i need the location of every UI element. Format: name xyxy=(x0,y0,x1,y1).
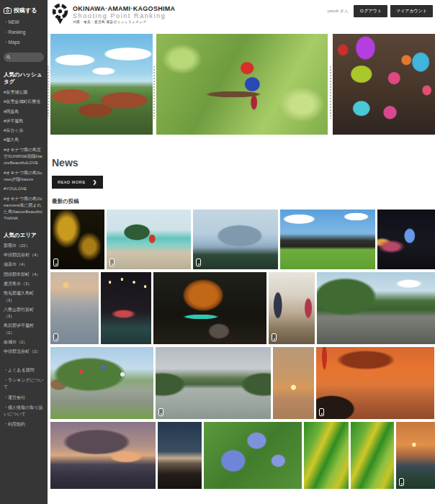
sidebar-footer-link[interactable]: ・ランキングについて xyxy=(4,377,44,391)
hero-photo-colorful-bird-on-branch[interactable] xyxy=(156,34,328,135)
hashtag-link[interactable]: #屋久島 xyxy=(4,137,44,143)
search-box[interactable] xyxy=(4,53,44,62)
news-heading: News xyxy=(52,157,435,168)
site-logo[interactable]: OKINAWA·AMAMI·KAGOSHIMA Shooting Point R… xyxy=(50,3,175,26)
photo-tile-art-tunnel-corridor[interactable] xyxy=(269,272,315,344)
hashtag-link[interactable]: #オキナワ県の島Sunset夕陽Nature xyxy=(4,170,44,184)
photo-credit-vertical-text xyxy=(330,66,331,119)
photo-credit-vertical-text xyxy=(153,66,155,119)
search-input[interactable] xyxy=(12,55,41,60)
photo-tile-sunset-sun-over-sea[interactable] xyxy=(273,347,314,419)
gallery-row xyxy=(50,272,435,344)
hero-carousel xyxy=(50,34,435,135)
area-link[interactable]: 熊毛郡屋久島町（3） xyxy=(4,290,44,304)
photo-tile-sakurajima-volcano-view[interactable] xyxy=(193,210,278,269)
sidebar-footer-link[interactable]: ・利用規約 xyxy=(4,421,44,428)
header: OKINAWA·AMAMI·KAGOSHIMA Shooting Point R… xyxy=(50,3,435,32)
hero-photo-red-roof-village[interactable] xyxy=(50,34,153,135)
hashtag-link[interactable]: #オキナワ県の島Oceanview海に囲まれた島NatureBeautifulT… xyxy=(4,196,44,222)
shutter-pin-logo-icon xyxy=(50,3,70,26)
area-link[interactable]: 国頭郡本部町（4） xyxy=(4,271,44,278)
photo-tile-croton-leaves-1[interactable] xyxy=(304,422,349,489)
read-more-button[interactable]: READ MORE ❯ xyxy=(52,176,103,189)
user-name: yacob さん xyxy=(327,8,349,14)
sidebar-nav-maps[interactable]: ・Maps xyxy=(4,40,44,46)
photo-tile-twilight-beach[interactable] xyxy=(158,422,202,489)
hashtag-list: #首里城公園#首里金城町石畳道#阿嘉島#伊平屋島#百合ヶ浜#屋久島#オキナワ県の… xyxy=(4,89,44,222)
photo-tile-sunset-beach-narrow[interactable] xyxy=(396,422,435,489)
my-account-button[interactable]: マイアカウント xyxy=(390,5,433,17)
photo-tile-mangrove-boardwalk[interactable] xyxy=(317,272,435,344)
photo-tile-night-illuminated-trees[interactable] xyxy=(50,210,104,269)
photo-tile-dramatic-dusk-clouds[interactable] xyxy=(50,422,156,489)
hashtag-heading: 人気のハッシュタグ xyxy=(4,71,44,86)
hero-photo-colorful-lanterns-room[interactable] xyxy=(333,34,435,135)
area-link[interactable]: 鹿児島市（3） xyxy=(4,281,44,287)
hashtag-link[interactable]: #首里城公園 xyxy=(4,89,44,96)
smartphone-icon xyxy=(53,333,58,341)
header-user-area: yacob さん ログアウト マイアカウント xyxy=(327,3,433,17)
logo-title: OKINAWA·AMAMI·KAGOSHIMA xyxy=(73,5,175,12)
hashtag-link[interactable]: #首里金城町石畳道 xyxy=(4,99,44,105)
smartphone-icon xyxy=(196,258,201,266)
area-link[interactable]: 八重山郡竹富町（3） xyxy=(4,307,44,320)
read-more-label: READ MORE xyxy=(58,180,86,184)
gallery-row xyxy=(50,347,435,419)
photo-tile-blue-hydrangea[interactable] xyxy=(204,422,302,489)
logo-subtitle: Shooting Point Ranking xyxy=(73,12,175,19)
chevron-right-icon: ❯ xyxy=(93,179,97,185)
area-link[interactable]: 南城市（2） xyxy=(4,339,44,346)
photo-tile-dusk-sea-bird-pole[interactable] xyxy=(50,272,99,344)
smartphone-icon xyxy=(399,478,404,486)
latest-posts-heading: 最新の投稿 xyxy=(52,198,435,205)
post-button-label: 投稿する xyxy=(14,6,37,14)
photo-tile-night-festival-lights[interactable] xyxy=(101,272,151,344)
camera-icon xyxy=(4,7,12,14)
area-link[interactable]: 島尻郡伊平屋村（2） xyxy=(4,323,44,336)
smartphone-icon xyxy=(319,408,324,416)
area-link[interactable]: 浦添市（4） xyxy=(4,261,44,268)
search-icon xyxy=(6,55,11,60)
area-link[interactable]: 中頭郡読谷村（4） xyxy=(4,252,44,258)
photo-tile-torii-beach-islet[interactable] xyxy=(107,210,191,269)
sidebar-footer-link[interactable]: ・個人情報の取り扱いについて xyxy=(4,405,44,418)
photo-credit-vertical-text xyxy=(48,66,49,119)
area-heading: 人気のエリア xyxy=(4,232,44,239)
hashtag-link[interactable]: #伊平屋島 xyxy=(4,118,44,125)
smartphone-icon xyxy=(53,258,58,266)
area-list: 那覇市（22）中頭郡読谷村（4）浦添市（4）国頭郡本部町（4）鹿児島市（3）熊毛… xyxy=(4,243,44,356)
gallery-row xyxy=(50,210,435,269)
logo-tagline: 沖縄・奄美・鹿児島 撮影ポイントランキング xyxy=(73,20,175,24)
logout-button[interactable]: ログアウト xyxy=(354,5,387,17)
photo-tile-croton-leaves-2[interactable] xyxy=(351,422,394,489)
area-link[interactable]: 中頭郡北谷町（2） xyxy=(4,348,44,355)
post-button[interactable]: 投稿する xyxy=(4,6,44,14)
sidebar-nav: ・NEW・Ranking・Maps xyxy=(4,19,44,46)
photo-tile-castle-wall-lawn[interactable] xyxy=(280,210,375,269)
smartphone-icon xyxy=(109,258,115,266)
photo-tile-lion-dance-festival[interactable] xyxy=(153,272,266,344)
photo-tile-koinobori-park[interactable] xyxy=(50,347,153,419)
photo-tile-night-market-camera[interactable] xyxy=(377,210,435,269)
main-content: OKINAWA·AMAMI·KAGOSHIMA Shooting Point R… xyxy=(48,0,435,489)
sidebar-nav-ranking[interactable]: ・Ranking xyxy=(4,30,44,36)
hashtag-link[interactable]: #百合ヶ浜 xyxy=(4,127,44,134)
hashtag-link[interactable]: #阿嘉島 xyxy=(4,109,44,115)
photo-tile-orange-sunset-breakwater[interactable] xyxy=(316,347,434,419)
sidebar: 投稿する ・NEW・Ranking・Maps 人気のハッシュタグ #首里城公園#… xyxy=(0,0,48,504)
gallery-row xyxy=(50,422,435,489)
photo-tile-calm-river-overcast[interactable] xyxy=(156,347,271,419)
logo-text: OKINAWA·AMAMI·KAGOSHIMA Shooting Point R… xyxy=(73,5,175,24)
photo-gallery xyxy=(50,210,435,489)
sidebar-footer-link[interactable]: ・運営会社 xyxy=(4,395,44,401)
smartphone-icon xyxy=(158,408,163,416)
sidebar-footer-link[interactable]: ・よくある質問 xyxy=(4,367,44,374)
hashtag-link[interactable]: #YOULOVE xyxy=(4,186,44,192)
sidebar-nav-new[interactable]: ・NEW xyxy=(4,19,44,26)
sidebar-footer-links: ・よくある質問・ランキングについて・運営会社・個人情報の取り扱いについて・利用規… xyxy=(4,367,44,428)
area-link[interactable]: 那覇市（22） xyxy=(4,243,44,249)
hashtag-link[interactable]: #オキナワ県の島星空SUNRISE朝陽NatureBeautifulLOVE xyxy=(4,147,44,167)
smartphone-icon xyxy=(272,333,277,341)
